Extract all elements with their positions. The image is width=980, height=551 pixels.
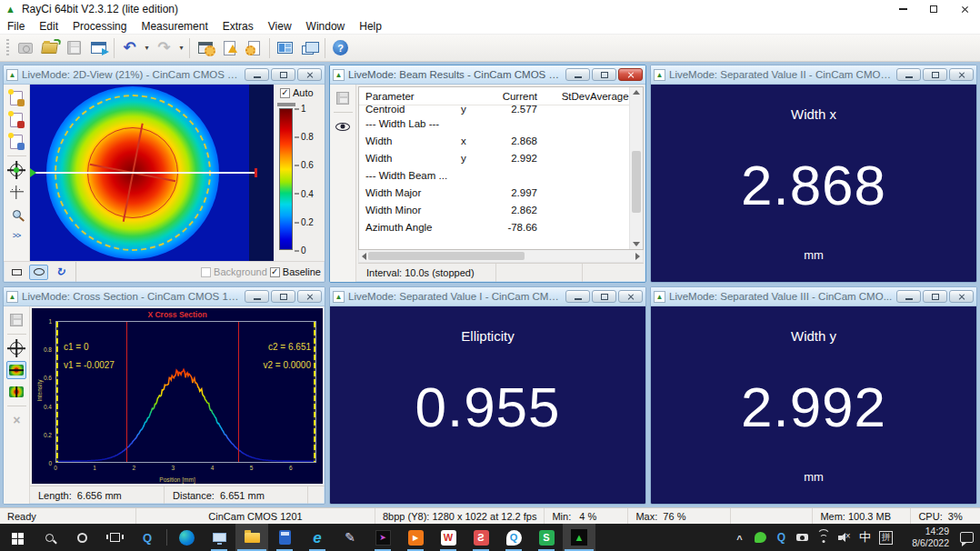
processing-settings-button[interactable] xyxy=(193,36,217,60)
tray-ime-mode[interactable]: 拼 xyxy=(875,524,896,551)
scroll-down-icon[interactable] xyxy=(633,242,640,246)
taskbar-search-button[interactable] xyxy=(33,524,65,551)
close-button[interactable] xyxy=(949,290,974,303)
delete-section-button[interactable]: × xyxy=(6,411,26,429)
save-section-button[interactable] xyxy=(6,311,26,329)
menu-file[interactable]: File xyxy=(0,18,32,34)
taskbar-file-explorer[interactable] xyxy=(235,524,268,551)
scrollbar-thumb[interactable] xyxy=(632,151,641,213)
menu-measurement[interactable]: Measurement xyxy=(134,18,215,34)
redo-dropdown[interactable]: ▾ xyxy=(176,36,186,60)
tray-network[interactable] xyxy=(813,524,834,551)
taskbar-clock[interactable]: 14:29 8/6/2022 xyxy=(896,524,953,551)
expand-toolbar-button[interactable]: >> xyxy=(6,226,26,245)
cross-section-line-handle[interactable] xyxy=(255,168,257,177)
cross-section-line[interactable] xyxy=(30,172,256,174)
taskbar-beam-app[interactable] xyxy=(366,524,399,551)
quick-search-button[interactable]: Q xyxy=(131,524,164,551)
ellipse-roi-button[interactable] xyxy=(29,265,48,280)
minimize-button[interactable] xyxy=(245,290,269,303)
taskbar-wps[interactable]: W xyxy=(432,524,465,551)
maximize-button[interactable] xyxy=(923,290,947,303)
scrollbar-thumb[interactable] xyxy=(368,252,525,260)
table-row[interactable]: Centroidy2.577 xyxy=(359,105,629,115)
cascade-windows-button[interactable] xyxy=(297,36,322,60)
start-button[interactable] xyxy=(0,524,33,551)
close-button[interactable] xyxy=(949,68,974,81)
beam-results-title-bar[interactable]: ▲ LiveMode: Beam Results - CinCam CMOS 1… xyxy=(330,65,645,85)
vertical-scrollbar[interactable] xyxy=(629,87,643,249)
table-row[interactable]: Width Major2.997 xyxy=(359,184,629,201)
cross-section-title-bar[interactable]: ▲ LiveMode: Cross Section - CinCam CMOS … xyxy=(4,287,325,306)
task-view-button[interactable] xyxy=(98,524,131,551)
save-data-button[interactable] xyxy=(6,133,26,151)
undo-button[interactable] xyxy=(117,36,142,60)
column-average[interactable]: Average xyxy=(590,91,629,102)
table-row[interactable]: Azimuth Angle-78.66 xyxy=(359,218,629,235)
export-view-button[interactable] xyxy=(86,36,111,60)
auto-scale-checkbox[interactable] xyxy=(280,88,290,98)
help-button[interactable] xyxy=(328,36,353,60)
menu-view[interactable]: View xyxy=(261,18,299,34)
taskbar-rayci[interactable]: ▲ xyxy=(563,524,595,551)
close-button[interactable] xyxy=(618,68,643,81)
horizontal-scrollbar[interactable] xyxy=(358,250,644,263)
taskbar-remote-desktop[interactable] xyxy=(203,524,235,551)
cortana-button[interactable] xyxy=(65,524,98,551)
width-marker-left[interactable] xyxy=(126,322,128,462)
baseline-checkbox[interactable] xyxy=(270,267,280,277)
taskbar-internet-explorer[interactable]: e xyxy=(301,524,334,551)
report-button[interactable] xyxy=(217,36,242,60)
redo-button[interactable] xyxy=(152,36,176,60)
minimize-button[interactable] xyxy=(245,68,269,81)
save-results-button[interactable] xyxy=(333,89,353,107)
open-button[interactable] xyxy=(37,36,62,60)
maximize-button[interactable] xyxy=(918,0,949,18)
centroid-button[interactable] xyxy=(6,161,26,179)
tray-show-hidden[interactable]: ^ xyxy=(729,524,750,551)
table-row[interactable]: --- Width Beam ... xyxy=(359,166,629,184)
colorbar-max-slider[interactable] xyxy=(277,103,295,106)
zoom-button[interactable] xyxy=(6,205,26,223)
background-checkbox[interactable] xyxy=(201,267,211,277)
menu-processing[interactable]: Processing xyxy=(65,18,134,34)
column-parameter[interactable]: Parameter xyxy=(359,91,461,102)
taskbar-edge[interactable] xyxy=(170,524,203,551)
minimize-button[interactable] xyxy=(565,290,590,303)
table-row[interactable]: Widthy2.992 xyxy=(359,149,629,166)
toolbar-grip[interactable] xyxy=(6,39,9,57)
taskbar-media-app[interactable] xyxy=(399,524,432,551)
minimize-button[interactable] xyxy=(565,68,590,81)
value2-title-bar[interactable]: ▲ LiveMode: Separated Value II - CinCam … xyxy=(651,65,976,85)
menu-help[interactable]: Help xyxy=(352,18,389,34)
cursor-1-line[interactable] xyxy=(56,322,58,462)
rect-roi-button[interactable] xyxy=(7,265,26,280)
taskbar-pen-app[interactable]: ✎ xyxy=(334,524,366,551)
x-section-button[interactable] xyxy=(6,361,26,379)
visibility-button[interactable] xyxy=(333,117,353,135)
rotate-roi-button[interactable]: ↻ xyxy=(51,265,70,280)
save-image-button[interactable] xyxy=(6,89,26,107)
taskbar-green-s-app[interactable]: S xyxy=(530,524,563,551)
maximize-button[interactable] xyxy=(271,68,295,81)
column-current[interactable]: Current xyxy=(483,91,537,102)
tray-wechat[interactable] xyxy=(750,524,771,551)
measurement-list-button[interactable] xyxy=(242,36,266,60)
menu-extras[interactable]: Extras xyxy=(215,18,261,34)
2d-view-title-bar[interactable]: ▲ LiveMode: 2D-View (21%) - CinCam CMOS … xyxy=(4,65,325,85)
menu-window[interactable]: Window xyxy=(299,18,353,34)
table-row[interactable]: Width Minor2.862 xyxy=(359,201,629,218)
maximize-button[interactable] xyxy=(923,68,947,81)
maximize-button[interactable] xyxy=(592,68,616,81)
close-button[interactable] xyxy=(297,290,322,303)
action-center-button[interactable] xyxy=(953,524,980,551)
save-button[interactable] xyxy=(62,36,86,60)
cross-section-plot[interactable]: X Cross Section Intensity Position [mm] … xyxy=(32,308,323,484)
table-row[interactable]: Widthx2.868 xyxy=(359,132,629,149)
cursor-2-line[interactable] xyxy=(314,322,315,462)
close-button[interactable] xyxy=(297,68,322,81)
tray-volume[interactable] xyxy=(834,524,855,551)
minimize-button[interactable] xyxy=(896,290,921,303)
minimize-button[interactable] xyxy=(896,68,921,81)
taskbar-red-app[interactable]: Ƨ xyxy=(465,524,497,551)
